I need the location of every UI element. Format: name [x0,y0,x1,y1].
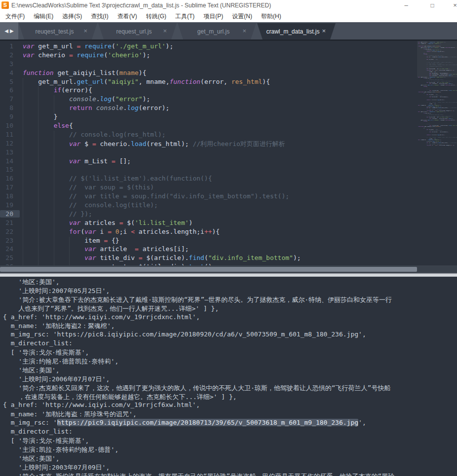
tab-label: get_m_url.js [197,28,229,35]
indent-guide [54,175,54,183]
menu-item-edit[interactable]: 编辑(E) [29,11,58,22]
console-line: '简介:被大章鱼吞下去的杰克船长进入了戴维·琼斯控制的“死界”—世界的尽头。为了… [3,295,457,304]
indent-guide [23,78,23,87]
indent-guide [23,104,23,113]
code-text: // $('li.list_item').each(function(){ [20,175,212,182]
indent-guide [54,140,54,148]
indent-guide [54,201,54,210]
indent-guide [38,113,38,122]
indent-guide [38,148,38,157]
code-text: else{ [20,122,73,129]
console-line: '简介:杰克·斯伯洛是活跃在加勒比海上的海盗，拥有属于自己的“黑珍珠”号海盗船。… [3,472,457,476]
editor-pane[interactable]: 1var get_m_url = require('./get_m_url');… [0,41,457,273]
console-line: ，在速度与装备上，没有任何船能够超越它。杰克船长欠下...详细>' ] }, [3,393,457,402]
menu-item-file[interactable]: 文件(F) [1,11,29,22]
code-line: 7 console.log("error"); [0,95,457,104]
code-line: 4function get_aiqiyi_list(mname){ [0,69,457,78]
tab-get_m_url-js[interactable]: get_m_url.js× [178,23,256,39]
code-line: 8 return console.log(error); [0,104,457,113]
code-text: // var soup = $(this) [20,183,154,191]
title-bar: S E:\newsCleadWorks\Sublime Text 3\proje… [0,0,457,11]
output-panel[interactable]: '地区:美国', '上映时间:2007年05月25日', '简介:被大章鱼吞下去… [0,277,457,476]
indent-guide [23,166,23,175]
console-line: '地区:美国', [3,366,457,375]
horizontal-scrollbar[interactable] [0,265,457,273]
code-text: // var title = soup.find("div.info_item_… [20,192,289,200]
indent-guide [38,131,38,140]
code-text: return console.log(error); [20,104,169,111]
code-text: for(var i = 0;i < atricles.length;i++){ [20,228,220,235]
code-text: var cheerio = require('cheerio'); [20,51,150,59]
menu-item-find[interactable]: 查找(I) [86,11,113,22]
console-line: m_name: '加勒比海盗2：聚魂棺', [3,322,457,330]
tab-close-icon[interactable]: × [322,27,326,35]
console-line: '上映时间:2007年05月25日', [3,287,457,295]
tab-bar: ◀ ▶ reuqest_test.js×request_url.js×get_m… [0,22,457,41]
menu-item-goto[interactable]: 转跳(G) [142,11,171,22]
indent-guide [54,183,54,192]
line-number: 16 [0,175,20,182]
indent-guide [23,254,23,263]
tab-reuqest_test-js[interactable]: reuqest_test.js× [19,23,97,39]
pane-divider[interactable] [0,273,457,277]
minimap-viewport [417,41,457,77]
code-text: console.log("error"); [20,95,150,103]
code-line: 19 // console.log(title); [0,201,457,210]
tab-close-icon[interactable]: × [163,27,167,35]
console-line: [ '导演:戈尔·维宾斯基', [3,348,457,357]
menu-item-tools[interactable]: 工具(T) [171,11,199,22]
code-line: 22 for(var i = 0;i < atricles.length;i++… [0,228,457,237]
indent-guide [38,254,38,263]
code-line: 13 [0,148,457,157]
indent-guide [38,183,38,192]
tab-crawl_m_data_list-js[interactable]: crawl_m_data_list.js× [257,23,336,39]
maximize-button[interactable]: □ [427,1,438,10]
minimize-button[interactable]: – [401,1,412,10]
console-line: '主演:凯拉·奈特莉约翰尼·德普', [3,445,457,454]
minimap[interactable]: var get_m_url = require('./get_m_url');v… [417,41,457,265]
line-number: 13 [0,148,20,156]
code-line: 18 // var title = soup.find("div.info_it… [0,192,457,201]
indent-guide [38,210,38,219]
sublime-logo-icon: S [1,1,9,9]
prev-tab-arrow-icon[interactable]: ◀ [4,28,8,34]
indent-guide [69,245,70,254]
indent-guide [54,104,54,113]
tab-close-icon[interactable]: × [242,27,246,35]
line-number: 18 [0,192,20,200]
line-number: 14 [0,157,20,165]
console-line: m_director_list: [3,339,457,348]
code-line: 10 else{ [0,122,457,131]
horizontal-scrollbar-thumb[interactable] [0,267,417,272]
code-line: 20 // }); [0,210,457,219]
next-tab-arrow-icon[interactable]: ▶ [10,28,14,34]
menu-item-help[interactable]: 帮助(H) [257,11,286,22]
code-line: 23 item = {} [0,237,457,246]
indent-guide [23,183,23,192]
code-line: 25 var title_div = $(article).find("div.… [0,254,457,263]
menu-item-selection[interactable]: 选择(S) [58,11,86,22]
tab-close-icon[interactable]: × [83,27,87,35]
console-line: { a_href: 'http://www.iqiyi.com/v_19rrjc… [3,401,457,410]
code-line: 12 var $ = cheerio.load(res_html); //利用c… [0,140,457,148]
indent-guide [23,228,23,237]
console-line: '上映时间:2006年07月07日', [3,375,457,384]
indent-guide [38,157,38,166]
indent-guide [38,245,38,254]
indent-guide [54,192,54,201]
tab-request_url-js[interactable]: request_url.js× [98,23,177,39]
indent-guide [38,201,38,210]
menu-item-project[interactable]: 项目(P) [199,11,228,22]
menu-item-view[interactable]: 查看(V) [113,11,142,22]
line-number: 24 [0,245,20,253]
line-number: 5 [0,78,20,85]
code-text: var article = atricles[i]; [20,245,189,253]
console-line: m_name: '加勒比海盗：黑珍珠号的诅咒', [3,410,457,419]
line-number: 3 [0,60,20,68]
line-number: 4 [0,69,20,76]
code-area[interactable]: 1var get_m_url = require('./get_m_url');… [0,41,457,265]
close-window-button[interactable]: × [450,1,457,10]
indent-guide [69,237,70,246]
menu-item-preferences[interactable]: 设置(N) [228,11,257,22]
indent-guide [23,201,23,210]
